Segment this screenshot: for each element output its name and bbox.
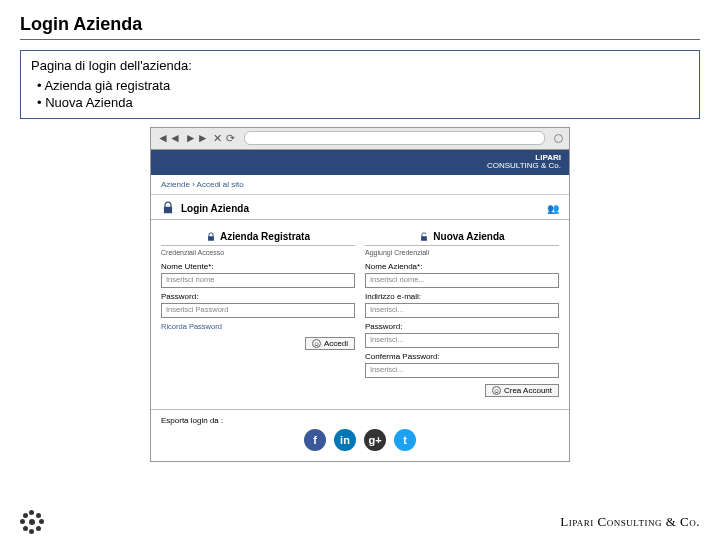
description-lead: Pagina di login dell'azienda: xyxy=(31,57,689,75)
users-icon: 👥 xyxy=(547,203,559,214)
slide-footer: Lipari Consulting & Co. xyxy=(0,510,720,534)
forward-icon[interactable]: ►► xyxy=(185,131,209,145)
username-input[interactable]: Inserisci nome xyxy=(161,273,355,288)
forgot-password-link[interactable]: Ricorda Password xyxy=(161,322,355,331)
footer-logo-icon xyxy=(20,510,44,534)
user-icon: ☺ xyxy=(312,339,321,348)
create-account-button[interactable]: ☺Crea Account xyxy=(485,384,559,397)
url-bar[interactable] xyxy=(244,131,545,145)
login-button[interactable]: ☺Accedi xyxy=(305,337,355,350)
register-title: Nuova Azienda xyxy=(433,231,504,242)
breadcrumb-current: Accedi al sito xyxy=(197,180,244,189)
brand-name: LIPARI xyxy=(535,153,561,162)
login-subtitle: Credenziali Accesso xyxy=(161,246,355,258)
facebook-icon[interactable]: f xyxy=(304,429,326,451)
confirm-password-label: Conferma Password: xyxy=(365,352,559,361)
new-password-label: Password: xyxy=(365,322,559,331)
site-brand-bar: LIPARI CONSULTING & Co. xyxy=(151,150,569,176)
browser-toolbar: ◄◄ ►► ✕ ⟳ xyxy=(151,128,569,150)
login-title: Azienda Registrata xyxy=(220,231,310,242)
linkedin-icon[interactable]: in xyxy=(334,429,356,451)
company-name-input[interactable]: Inserisci nome... xyxy=(365,273,559,288)
social-label: Esporta login da : xyxy=(161,416,559,425)
browser-status-icon xyxy=(554,134,563,143)
password-label: Password: xyxy=(161,292,355,301)
confirm-password-input[interactable]: Inserisci... xyxy=(365,363,559,378)
breadcrumb: Aziende › Accedi al sito xyxy=(151,175,569,195)
register-subtitle: Aggiungi Credenziali xyxy=(365,246,559,258)
browser-mockup: ◄◄ ►► ✕ ⟳ LIPARI CONSULTING & Co. Aziend… xyxy=(150,127,570,463)
company-name-label: Nome Azienda*: xyxy=(365,262,559,271)
lock-icon xyxy=(161,201,175,215)
section-title: Login Azienda xyxy=(181,203,249,214)
description-item: Azienda già registrata xyxy=(37,77,689,95)
new-password-input[interactable]: Inserisci... xyxy=(365,333,559,348)
lock-icon xyxy=(206,232,216,242)
description-item: Nuova Azienda xyxy=(37,94,689,112)
email-label: Indirizzo e-mail: xyxy=(365,292,559,301)
login-form: Azienda Registrata Credenziali Accesso N… xyxy=(161,228,355,397)
breadcrumb-root[interactable]: Aziende xyxy=(161,180,190,189)
password-input[interactable]: Inserisci Password xyxy=(161,303,355,318)
unlock-icon xyxy=(419,232,429,242)
footer-brand: Lipari Consulting & Co. xyxy=(560,514,700,530)
reload-icon[interactable]: ⟳ xyxy=(226,132,235,145)
back-icon[interactable]: ◄◄ xyxy=(157,131,181,145)
googleplus-icon[interactable]: g+ xyxy=(364,429,386,451)
description-box: Pagina di login dell'azienda: Azienda gi… xyxy=(20,50,700,119)
page-title: Login Azienda xyxy=(20,14,700,40)
section-header: Login Azienda 👥 xyxy=(151,195,569,220)
brand-tagline: CONSULTING & Co. xyxy=(487,161,561,170)
stop-icon[interactable]: ✕ xyxy=(213,132,222,145)
social-login-row: Esporta login da : f in g+ t xyxy=(151,409,569,461)
register-form: Nuova Azienda Aggiungi Credenziali Nome … xyxy=(365,228,559,397)
username-label: Nome Utente*: xyxy=(161,262,355,271)
twitter-icon[interactable]: t xyxy=(394,429,416,451)
email-input[interactable]: Inserisci... xyxy=(365,303,559,318)
user-icon: ☺ xyxy=(492,386,501,395)
